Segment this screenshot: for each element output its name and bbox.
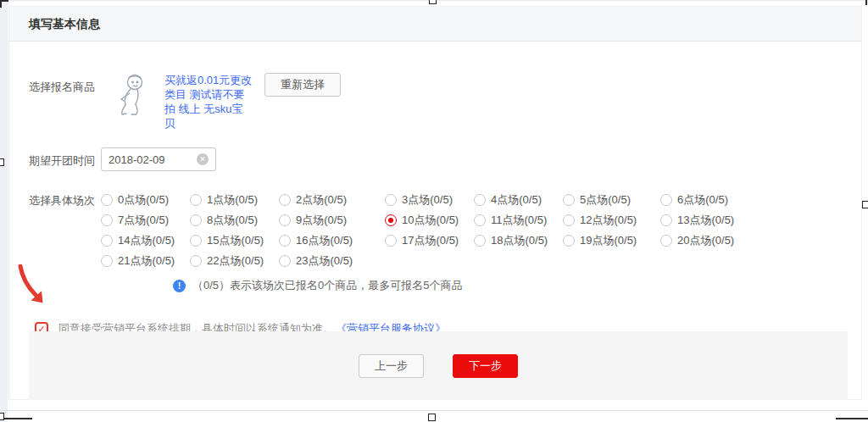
radio-icon <box>101 255 113 267</box>
session-option-label: 23点场(0/5) <box>296 253 353 269</box>
next-step-button[interactable]: 下一步 <box>453 354 518 378</box>
session-option-label: 9点场(0/5) <box>296 213 347 228</box>
product-name-link[interactable]: 买就返0.01元更改类目 测试请不要拍 线上 无sku宝贝 <box>164 73 253 130</box>
session-option[interactable]: 13点场(0/5) <box>660 210 754 230</box>
session-option-label: 10点场(0/5) <box>402 213 459 228</box>
radio-icon <box>385 194 397 206</box>
session-option[interactable]: 8点场(0/5) <box>190 210 279 230</box>
session-option-label: 11点场(0/5) <box>491 213 547 228</box>
selection-line-bottom <box>0 410 868 411</box>
session-option-label: 14点场(0/5) <box>118 233 175 248</box>
session-option[interactable]: 7点场(0/5) <box>101 210 190 230</box>
reselect-button[interactable]: 重新选择 <box>264 73 341 97</box>
session-option-label: 19点场(0/5) <box>580 233 637 248</box>
session-option[interactable]: 9点场(0/5) <box>279 210 385 230</box>
session-option[interactable]: 1点场(0/5) <box>190 190 279 210</box>
session-note-text: （0/5）表示该场次已报名0个商品，最多可报名5个商品 <box>192 278 463 293</box>
session-option[interactable]: 21点场(0/5) <box>101 251 190 271</box>
session-option-label: 6点场(0/5) <box>677 192 728 208</box>
session-option[interactable]: 4点场(0/5) <box>474 190 563 210</box>
selection-handle <box>428 414 436 421</box>
card-body: 选择报名商品 买就返0.01元更改类目 测试请不要拍 线上 <box>9 73 861 336</box>
radio-icon <box>563 235 575 247</box>
page-title: 填写基本信息 <box>29 17 100 31</box>
sessions-field: 0点场(0/5)1点场(0/5)2点场(0/5)3点场(0/5)4点场(0/5)… <box>101 190 754 293</box>
radio-icon <box>190 235 202 247</box>
date-label: 期望开团时间 <box>29 147 101 171</box>
radio-icon <box>190 194 202 206</box>
session-option-label: 7点场(0/5) <box>118 213 169 228</box>
session-option-label: 2点场(0/5) <box>296 192 347 208</box>
session-option[interactable]: 12点场(0/5) <box>563 210 660 230</box>
info-icon <box>173 280 186 292</box>
selection-corner-mark <box>0 0 2 8</box>
session-option[interactable]: 19点场(0/5) <box>563 230 660 251</box>
session-option-label: 22点场(0/5) <box>207 253 264 269</box>
session-option[interactable]: 6点场(0/5) <box>660 190 754 210</box>
session-option-label: 5点场(0/5) <box>580 192 631 208</box>
product-thumbnail-doodle-icon <box>115 73 151 117</box>
selection-handle <box>0 413 4 420</box>
date-row: 期望开团时间 2018-02-09 <box>29 147 847 171</box>
radio-icon <box>660 214 672 226</box>
session-option[interactable]: 16点场(0/5) <box>279 230 385 251</box>
clear-icon[interactable] <box>197 153 209 165</box>
session-option[interactable]: 22点场(0/5) <box>190 251 279 271</box>
session-option[interactable]: 11点场(0/5) <box>474 210 563 230</box>
session-option[interactable]: 15点场(0/5) <box>190 230 279 251</box>
selection-corner-mark <box>865 0 867 5</box>
product-field: 买就返0.01元更改类目 测试请不要拍 线上 无sku宝贝 重新选择 <box>101 73 341 130</box>
radio-icon <box>385 214 397 226</box>
sessions-row: 选择具体场次 0点场(0/5)1点场(0/5)2点场(0/5)3点场(0/5)4… <box>29 190 847 293</box>
radio-icon <box>190 214 202 226</box>
radio-icon <box>563 194 575 206</box>
sessions-label: 选择具体场次 <box>29 190 101 293</box>
date-input[interactable]: 2018-02-09 <box>101 147 216 171</box>
product-label: 选择报名商品 <box>29 73 101 130</box>
session-option-label: 4点场(0/5) <box>491 192 542 208</box>
radio-icon <box>279 194 291 206</box>
session-option-label: 13点场(0/5) <box>677 213 734 228</box>
radio-icon <box>190 255 202 267</box>
session-option[interactable]: 10点场(0/5) <box>385 210 474 230</box>
session-option-label: 0点场(0/5) <box>118 192 169 208</box>
radio-icon <box>279 235 291 247</box>
footer-bar: 上一步 下一步 <box>29 331 848 400</box>
selection-handle <box>0 158 4 166</box>
form-card: 填写基本信息 选择报名商品 <box>8 6 862 400</box>
radio-icon <box>474 194 486 206</box>
radio-icon <box>563 214 575 226</box>
session-grid: 0点场(0/5)1点场(0/5)2点场(0/5)3点场(0/5)4点场(0/5)… <box>101 190 754 271</box>
radio-icon <box>474 235 486 247</box>
prev-step-button[interactable]: 上一步 <box>359 354 424 378</box>
session-option[interactable]: 5点场(0/5) <box>563 190 660 210</box>
session-option[interactable]: 2点场(0/5) <box>279 190 385 210</box>
product-row: 选择报名商品 买就返0.01元更改类目 测试请不要拍 线上 <box>29 73 847 130</box>
session-note: （0/5）表示该场次已报名0个商品，最多可报名5个商品 <box>173 278 754 293</box>
session-option-label: 20点场(0/5) <box>677 233 734 248</box>
session-option-label: 18点场(0/5) <box>491 233 548 248</box>
session-option-label: 21点场(0/5) <box>118 253 175 269</box>
card-header: 填写基本信息 <box>9 7 861 42</box>
radio-icon <box>474 214 486 226</box>
selection-handle <box>429 0 437 4</box>
session-option-label: 15点场(0/5) <box>207 233 264 248</box>
session-option-label: 17点场(0/5) <box>402 233 459 248</box>
session-option[interactable]: 3点场(0/5) <box>385 190 474 210</box>
radio-icon <box>660 194 672 206</box>
selection-corner-mark <box>0 418 32 419</box>
session-option[interactable]: 20点场(0/5) <box>660 230 754 251</box>
date-value: 2018-02-09 <box>108 153 165 166</box>
session-option[interactable]: 17点场(0/5) <box>385 230 474 251</box>
session-option[interactable]: 14点场(0/5) <box>101 230 190 251</box>
session-option[interactable]: 18点场(0/5) <box>474 230 563 251</box>
radio-icon <box>279 255 291 267</box>
session-option[interactable]: 0点场(0/5) <box>101 190 190 210</box>
session-option-label: 1点场(0/5) <box>207 192 258 208</box>
selection-handle <box>862 201 868 208</box>
session-option[interactable]: 23点场(0/5) <box>279 251 385 271</box>
radio-icon <box>101 194 113 206</box>
session-option-label: 3点场(0/5) <box>402 192 453 208</box>
page-left-gutter <box>0 0 8 422</box>
selection-corner-mark <box>836 418 868 419</box>
